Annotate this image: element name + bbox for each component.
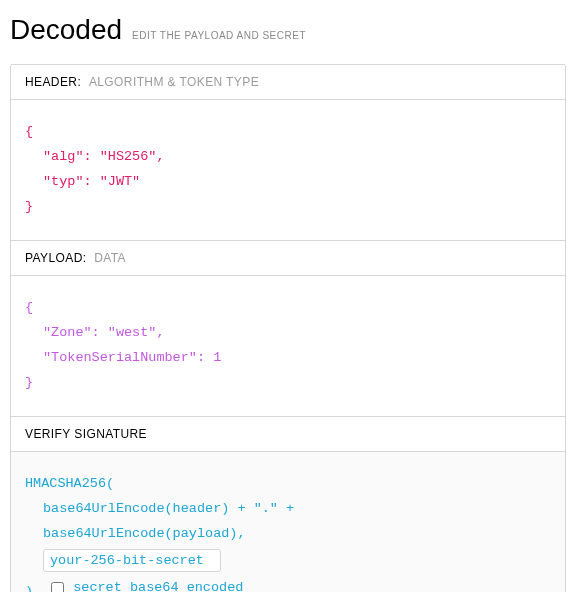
header-section: HEADER: ALGORITHM & TOKEN TYPE { "alg": … [11, 65, 565, 240]
header-sublabel: ALGORITHM & TOKEN TYPE [89, 75, 259, 89]
payload-section: PAYLOAD: DATA { "Zone": "west", "TokenSe… [11, 240, 565, 416]
payload-section-title: PAYLOAD: DATA [11, 241, 565, 276]
signature-line1: base64UrlEncode(header) + "." + [25, 497, 551, 522]
secret-base64-checkbox[interactable] [51, 582, 64, 592]
json-brace-open: { [25, 124, 33, 139]
json-key-zone: "Zone" [43, 325, 92, 340]
json-brace-close: } [25, 375, 33, 390]
signature-line2: base64UrlEncode(payload), [25, 522, 551, 547]
json-val-tsn: 1 [213, 350, 221, 365]
signature-section-title: VERIFY SIGNATURE [11, 417, 565, 452]
json-val-zone: "west" [108, 325, 157, 340]
signature-body: HMACSHA256( base64UrlEncode(header) + ".… [11, 452, 565, 592]
signature-label: VERIFY SIGNATURE [25, 427, 147, 441]
json-brace-close: } [25, 199, 33, 214]
page-title: Decoded [10, 14, 122, 46]
json-val-typ: "JWT" [100, 174, 141, 189]
secret-input[interactable] [43, 549, 221, 572]
json-key-tsn: "TokenSerialNumber" [43, 350, 197, 365]
payload-label: PAYLOAD: [25, 251, 86, 265]
payload-sublabel: DATA [94, 251, 126, 265]
json-key-alg: "alg" [43, 149, 84, 164]
header-section-title: HEADER: ALGORITHM & TOKEN TYPE [11, 65, 565, 100]
header-json-editor[interactable]: { "alg": "HS256", "typ": "JWT" } [11, 100, 565, 240]
decoded-panel: HEADER: ALGORITHM & TOKEN TYPE { "alg": … [10, 64, 566, 592]
signature-section: VERIFY SIGNATURE HMACSHA256( base64UrlEn… [11, 416, 565, 592]
signature-close-paren: ) [25, 584, 33, 592]
header-label: HEADER: [25, 75, 81, 89]
title-row: Decoded EDIT THE PAYLOAD AND SECRET [10, 14, 566, 46]
json-key-typ: "typ" [43, 174, 84, 189]
payload-json-editor[interactable]: { "Zone": "west", "TokenSerialNumber": 1… [11, 276, 565, 416]
json-val-alg: "HS256" [100, 149, 157, 164]
json-brace-open: { [25, 300, 33, 315]
signature-func: HMACSHA256( [25, 472, 551, 497]
secret-base64-label: secret base64 encoded [73, 576, 243, 592]
page-subtitle: EDIT THE PAYLOAD AND SECRET [132, 30, 306, 41]
